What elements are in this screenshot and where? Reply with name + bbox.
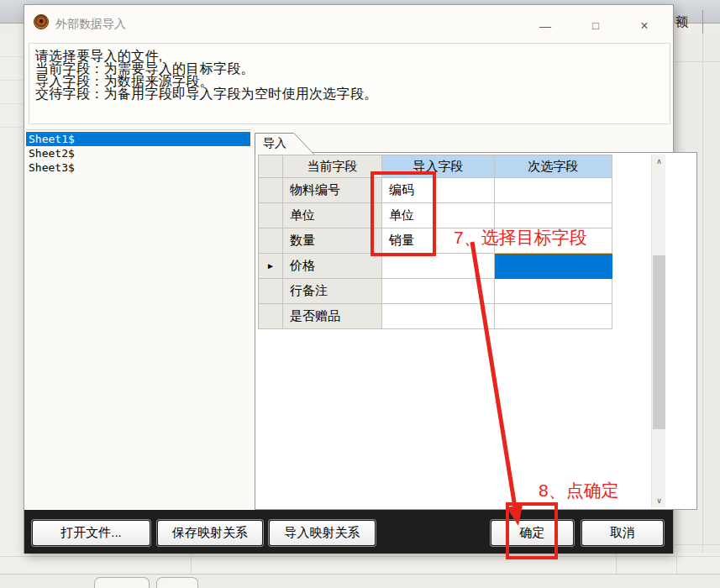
sheet-list-item[interactable]: Sheet3$	[26, 160, 250, 175]
maximize-icon[interactable]: □	[586, 18, 606, 34]
row-marker-cell	[259, 304, 283, 329]
table-header-0: 当前字段	[283, 155, 382, 178]
import-field-cell[interactable]: 销量	[382, 228, 495, 254]
background-grid-line	[675, 61, 720, 62]
table-header-marker	[259, 155, 283, 178]
current-field-cell: 行备注	[283, 279, 382, 304]
background-grid-line	[0, 56, 24, 57]
table-row: 物料编号编码	[259, 178, 612, 203]
current-field-cell: 是否赠品	[283, 304, 382, 329]
table-row: 是否赠品	[259, 304, 612, 329]
background-grid-line	[0, 127, 24, 128]
import-field-cell[interactable]: 编码	[382, 178, 495, 203]
ok-button[interactable]: 确定	[491, 520, 574, 546]
import-dialog: 外部数据导入 — □ × 请选择要导入的文件,当前字段：为需要导入的目标字段。导…	[24, 4, 674, 554]
import-field-cell[interactable]	[382, 254, 495, 279]
current-field-cell: 数量	[283, 228, 382, 254]
table-row: 数量销量	[259, 228, 612, 254]
background-grid-line	[0, 103, 24, 104]
row-marker-cell	[259, 203, 283, 228]
scroll-down-icon[interactable]: ∨	[652, 494, 666, 507]
row-marker-cell	[259, 279, 283, 304]
mapping-table: 当前字段导入字段次选字段物料编号编码单位单位数量销量►价格行备注是否赠品	[258, 155, 612, 329]
background-grid-line	[0, 80, 24, 81]
table-row: 单位单位	[259, 203, 612, 228]
instruction-text: 请选择要导入的文件,当前字段：为需要导入的目标字段。导入字段：为数据来源字段。交…	[29, 43, 670, 124]
background-sheet-tab[interactable]	[94, 577, 150, 588]
table-header-2: 次选字段	[495, 155, 612, 178]
tab-import[interactable]: 导入	[263, 136, 286, 151]
background-grid-line	[0, 556, 720, 557]
instruction-line: 请选择要导入的文件,	[35, 50, 665, 62]
table-row: 行备注	[259, 279, 612, 304]
secondary-field-cell[interactable]	[495, 203, 612, 228]
table-row: ►价格	[259, 254, 612, 279]
scroll-up-icon[interactable]: ∧	[652, 155, 666, 168]
table-header-1: 导入字段	[382, 155, 495, 178]
close-icon[interactable]: ×	[634, 18, 654, 34]
secondary-field-cell[interactable]	[495, 304, 612, 329]
secondary-field-cell[interactable]	[495, 228, 612, 254]
table-scrollbar[interactable]: ∧ ∨	[651, 155, 665, 507]
background-column-divider	[702, 10, 703, 34]
background-grid-line	[616, 553, 617, 575]
background-grid-line	[702, 34, 703, 553]
current-field-cell: 价格	[283, 254, 382, 279]
secondary-field-cell[interactable]	[495, 254, 612, 279]
background-sheet-tab[interactable]	[156, 577, 198, 588]
sheet-list: Sheet1$Sheet2$Sheet3$	[26, 129, 250, 512]
scrollbar-thumb[interactable]	[653, 255, 665, 429]
row-marker-cell	[259, 178, 283, 203]
secondary-field-cell[interactable]	[495, 279, 612, 304]
import-field-cell[interactable]	[382, 304, 495, 329]
instruction-line: 当前字段：为需要导入的目标字段。	[35, 62, 665, 75]
open-file-button[interactable]: 打开文件...	[32, 520, 150, 546]
background-column-header: 额	[675, 14, 688, 30]
sheet-list-item[interactable]: Sheet2$	[26, 146, 250, 160]
import-field-cell[interactable]: 单位	[382, 203, 495, 228]
app-icon	[34, 14, 49, 29]
current-field-cell: 物料编号	[283, 178, 382, 203]
instruction-line: 导入字段：为数据来源字段。	[35, 75, 665, 87]
background-grid-left	[0, 34, 24, 553]
mapping-panel: 当前字段导入字段次选字段物料编号编码单位单位数量销量►价格行备注是否赠品 ∧ ∨	[255, 152, 697, 510]
dialog-titlebar[interactable]: 外部数据导入 — □ ×	[24, 5, 673, 42]
cancel-button[interactable]: 取消	[581, 520, 664, 546]
background-grid-line	[676, 553, 677, 575]
current-field-cell: 单位	[283, 203, 382, 228]
instruction-line: 交待字段：为备用字段即导入字段为空时使用次选字段。	[35, 87, 665, 100]
save-mapping-button[interactable]: 保存映射关系	[157, 520, 263, 546]
row-marker-cell	[259, 228, 283, 254]
import-field-cell[interactable]	[382, 279, 495, 304]
row-marker-icon: ►	[259, 254, 283, 279]
background-grid-line	[191, 553, 192, 575]
secondary-field-cell[interactable]	[495, 178, 612, 203]
minimize-icon[interactable]: —	[535, 18, 555, 34]
table-header-row: 当前字段导入字段次选字段	[259, 155, 612, 178]
import-mapping-button[interactable]: 导入映射关系	[269, 520, 376, 546]
dialog-title: 外部数据导入	[55, 17, 126, 32]
background-grid-line	[675, 544, 720, 545]
sheet-list-item[interactable]: Sheet1$	[26, 132, 250, 146]
